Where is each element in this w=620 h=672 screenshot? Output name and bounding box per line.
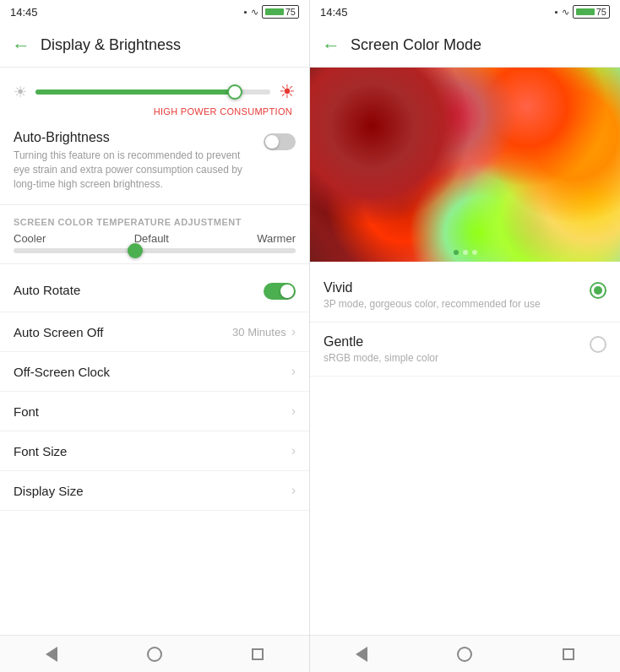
vivid-radio-dot — [594, 286, 602, 295]
citrus-image-inner — [310, 68, 620, 262]
right-status-time: 14:45 — [320, 6, 348, 19]
gentle-text: Gentle sRGB mode, simple color — [324, 334, 590, 364]
auto-brightness-desc: Turning this feature on is recommended t… — [14, 149, 255, 191]
left-nav-bar — [0, 635, 309, 672]
font-size-title: Font Size — [14, 444, 67, 458]
color-mode-vivid[interactable]: Vivid 3P mode, gorgeous color, recommend… — [310, 268, 620, 322]
gentle-desc: sRGB mode, simple color — [324, 352, 590, 364]
vivid-text: Vivid 3P mode, gorgeous color, recommend… — [324, 280, 590, 310]
right-wifi-icon: ∿ — [562, 7, 569, 18]
auto-brightness-title: Auto-Brightness — [14, 130, 255, 145]
right-battery-text: 75 — [596, 7, 606, 17]
display-size-left: Display Size — [14, 484, 84, 498]
citrus-image — [310, 68, 620, 262]
dot-1[interactable] — [454, 250, 459, 255]
wifi-icon: ∿ — [251, 7, 258, 18]
warmer-label: Warmer — [257, 232, 296, 245]
font-title: Font — [14, 404, 39, 419]
auto-rotate-left: Auto Rotate — [14, 283, 80, 297]
color-temp-labels: Cooler Default Warmer — [0, 232, 309, 245]
left-nav-back-button[interactable] — [38, 641, 65, 668]
vivid-title: Vivid — [324, 280, 590, 295]
auto-screen-off-title: Auto Screen Off — [14, 325, 103, 339]
auto-brightness-text: Auto-Brightness Turning this feature on … — [14, 130, 255, 191]
off-screen-clock-chevron: › — [291, 364, 296, 379]
right-nav-recent-icon — [563, 648, 574, 660]
left-nav-home-icon — [147, 647, 162, 662]
battery-text: 75 — [286, 7, 296, 17]
brightness-row: ☀ ☀ — [14, 81, 296, 103]
font-size-left: Font Size — [14, 444, 67, 458]
default-label: Default — [134, 232, 169, 245]
notification-icon: ▪ — [244, 7, 247, 17]
auto-brightness-toggle-knob — [265, 135, 279, 149]
display-size-chevron: › — [291, 483, 296, 498]
left-nav-back-icon — [46, 647, 57, 662]
vivid-radio[interactable] — [590, 282, 606, 299]
battery-icon: 75 — [262, 5, 299, 19]
color-temp-thumb[interactable] — [128, 243, 143, 258]
brightness-low-icon: ☀ — [14, 83, 27, 101]
brightness-slider[interactable] — [35, 89, 270, 95]
dot-3[interactable] — [472, 250, 477, 255]
right-panel: 14:45 ▪ ∿ 75 ← Screen Color Mode Vivid 3 — [310, 0, 620, 672]
settings-item-font-size[interactable]: Font Size › — [0, 431, 309, 471]
color-mode-options: Vivid 3P mode, gorgeous color, recommend… — [310, 262, 620, 383]
auto-brightness-section: Auto-Brightness Turning this feature on … — [0, 120, 309, 201]
color-temp-section-label: SCREEN COLOR TEMPERATURE ADJUSTMENT — [0, 209, 309, 232]
auto-screen-off-left: Auto Screen Off — [14, 325, 103, 339]
image-dots — [454, 250, 477, 255]
settings-item-off-screen-clock[interactable]: Off-Screen Clock › — [0, 352, 309, 392]
off-screen-clock-title: Off-Screen Clock — [14, 365, 110, 379]
cooler-label: Cooler — [14, 232, 46, 245]
left-status-time: 14:45 — [10, 6, 38, 19]
battery-level — [265, 8, 284, 15]
left-nav-home-button[interactable] — [141, 641, 168, 668]
color-temp-slider[interactable] — [14, 248, 296, 253]
left-page-title: Display & Brightness — [41, 36, 181, 54]
color-mode-gentle[interactable]: Gentle sRGB mode, simple color — [310, 322, 620, 377]
right-top-bar: ← Screen Color Mode — [310, 24, 620, 68]
auto-screen-off-chevron: › — [291, 324, 296, 339]
settings-item-auto-rotate[interactable]: Auto Rotate — [0, 268, 309, 312]
dot-2[interactable] — [463, 250, 468, 255]
auto-rotate-title: Auto Rotate — [14, 283, 80, 297]
auto-rotate-toggle[interactable] — [264, 283, 296, 300]
right-page-title: Screen Color Mode — [351, 36, 481, 54]
font-right: › — [291, 404, 296, 419]
vivid-desc: 3P mode, gorgeous color, recommended for… — [324, 298, 590, 310]
settings-item-font[interactable]: Font › — [0, 392, 309, 431]
left-status-icons: ▪ ∿ 75 — [244, 5, 299, 19]
font-size-right: › — [291, 443, 296, 458]
off-screen-clock-right: › — [291, 364, 296, 379]
left-top-bar: ← Display & Brightness — [0, 24, 309, 68]
divider-1 — [0, 204, 309, 205]
right-nav-back-button[interactable] — [348, 641, 375, 668]
display-size-title: Display Size — [14, 484, 84, 498]
right-battery-level — [576, 8, 595, 15]
left-back-button[interactable]: ← — [12, 35, 30, 57]
right-nav-home-button[interactable] — [451, 641, 478, 668]
brightness-section: ☀ ☀ HIGH POWER CONSUMPTION — [0, 68, 309, 120]
brightness-thumb[interactable] — [227, 84, 242, 100]
color-temp-slider-row — [0, 248, 309, 260]
font-size-chevron: › — [291, 443, 296, 458]
left-nav-recent-icon — [252, 648, 264, 660]
right-notification-icon: ▪ — [555, 7, 558, 17]
settings-list: Auto Rotate Auto Screen Off 30 Minutes ›… — [0, 268, 309, 635]
auto-rotate-right — [264, 279, 296, 300]
off-screen-clock-left: Off-Screen Clock — [14, 365, 110, 379]
auto-screen-off-right: 30 Minutes › — [232, 324, 296, 339]
right-nav-recent-button[interactable] — [555, 641, 582, 668]
right-back-button[interactable]: ← — [322, 35, 340, 57]
display-size-right: › — [291, 483, 296, 498]
gentle-radio[interactable] — [590, 336, 606, 353]
right-status-bar: 14:45 ▪ ∿ 75 — [310, 0, 620, 24]
settings-item-auto-screen-off[interactable]: Auto Screen Off 30 Minutes › — [0, 312, 309, 352]
settings-item-display-size[interactable]: Display Size › — [0, 471, 309, 511]
left-nav-recent-button[interactable] — [244, 641, 271, 668]
auto-screen-off-value: 30 Minutes — [232, 326, 286, 339]
right-status-icons: ▪ ∿ 75 — [555, 5, 610, 19]
auto-brightness-toggle[interactable] — [264, 133, 296, 150]
high-power-label: HIGH POWER CONSUMPTION — [14, 106, 296, 117]
